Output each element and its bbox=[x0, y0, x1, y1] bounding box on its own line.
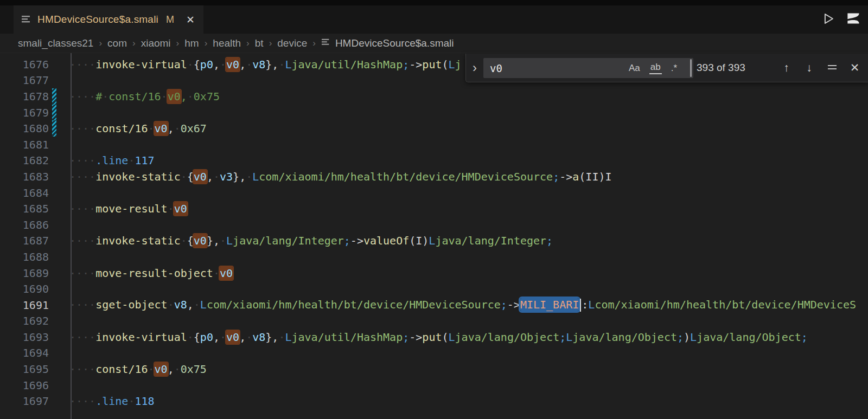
search-match: v0 bbox=[220, 267, 233, 280]
breadcrumb-file[interactable]: HMDeviceSource$a.smali bbox=[321, 37, 454, 49]
code-token: ( bbox=[442, 331, 448, 344]
code-line[interactable]: 1687····invoke-static·{v0},·Ljava/lang/I… bbox=[0, 233, 868, 249]
breadcrumb-item[interactable]: xiaomi bbox=[141, 37, 171, 49]
line-number: 1697 bbox=[0, 395, 49, 408]
find-widget: › Aa ab .* 393 of 393 ↑ ↓ ✕ bbox=[465, 54, 868, 82]
breadcrumb-item[interactable]: bt bbox=[255, 37, 264, 49]
code-token: L bbox=[285, 331, 291, 344]
previous-match-icon[interactable]: ↑ bbox=[777, 59, 795, 77]
search-match: v0 bbox=[194, 170, 207, 183]
line-number: 1687 bbox=[0, 234, 49, 247]
code-line[interactable]: 1686 bbox=[0, 217, 868, 233]
code-token: L bbox=[566, 331, 572, 344]
code-token: , bbox=[181, 90, 187, 103]
next-match-icon[interactable]: ↓ bbox=[800, 59, 818, 77]
code-token: · bbox=[102, 90, 108, 103]
code-token: -> bbox=[507, 298, 520, 311]
code-line[interactable]: 1689····move-result-object·v0 bbox=[0, 265, 868, 281]
gutter-modified-indicator[interactable] bbox=[52, 120, 56, 137]
search-match: v0 bbox=[226, 331, 239, 344]
line-number: 1677 bbox=[0, 74, 49, 87]
code-line[interactable]: 1692 bbox=[0, 313, 868, 330]
gutter bbox=[49, 377, 69, 394]
code-token: · bbox=[278, 58, 285, 71]
whole-word-icon[interactable]: ab bbox=[649, 62, 662, 74]
gutter-modified-indicator[interactable] bbox=[52, 105, 56, 121]
code-token: · bbox=[246, 170, 252, 183]
regex-icon[interactable]: .* bbox=[671, 63, 677, 74]
close-find-icon[interactable]: ✕ bbox=[846, 59, 864, 77]
code-token: com/xiaomi/hm/health/bt/device/HMDeviceS… bbox=[259, 170, 553, 183]
find-results-count: 393 of 393 bbox=[697, 54, 745, 82]
code-token: }, bbox=[265, 331, 278, 344]
gutter bbox=[49, 217, 69, 233]
code-token: 0x75 bbox=[194, 90, 220, 103]
breadcrumb-item[interactable]: health bbox=[213, 37, 241, 49]
breadcrumb-separator: › bbox=[205, 38, 208, 49]
code-token: , bbox=[168, 122, 174, 135]
gutter-modified-indicator[interactable] bbox=[52, 88, 56, 105]
code-token: · bbox=[187, 90, 194, 103]
code-token: java/lang/Object bbox=[572, 331, 677, 344]
code-text: ····const/16·v0,·0x75 bbox=[69, 363, 207, 376]
code-line[interactable]: 1690 bbox=[0, 281, 868, 297]
code-token: L bbox=[429, 234, 435, 247]
smali-file-icon bbox=[21, 15, 32, 24]
code-token: · bbox=[148, 363, 155, 376]
code-token: · bbox=[181, 170, 187, 183]
code-line[interactable]: 1688 bbox=[0, 249, 868, 265]
code-line[interactable]: 1679 bbox=[0, 105, 868, 121]
find-input[interactable] bbox=[483, 62, 629, 74]
code-line[interactable]: 1682····.line·117 bbox=[0, 153, 868, 169]
code-line[interactable]: 1697····.line·118 bbox=[0, 393, 868, 409]
breadcrumb-item[interactable]: com bbox=[107, 37, 127, 49]
gutter bbox=[49, 153, 69, 169]
close-tab-icon[interactable]: ✕ bbox=[186, 14, 195, 26]
code-line[interactable]: 1695····const/16·v0,·0x75 bbox=[0, 361, 868, 377]
tab-hmdevicesource-smali[interactable]: HMDeviceSource$a.smali M ✕ bbox=[14, 5, 203, 34]
code-token: invoke-virtual bbox=[95, 331, 187, 344]
code-line[interactable]: 1694 bbox=[0, 345, 868, 362]
gutter bbox=[49, 120, 69, 137]
code-token: : bbox=[582, 298, 588, 311]
code-token: ···· bbox=[69, 90, 95, 103]
run-icon[interactable] bbox=[821, 11, 835, 28]
code-token: · bbox=[161, 90, 168, 103]
code-token: java/util/HashMap bbox=[292, 58, 403, 71]
code-token: ···· bbox=[69, 234, 95, 247]
code-line[interactable]: 1680····const/16·v0,·0x67 bbox=[0, 120, 868, 137]
code-line[interactable]: 1683····invoke-static·{v0,·v3},·Lcom/xia… bbox=[0, 169, 868, 185]
code-line[interactable]: 1696 bbox=[0, 377, 868, 394]
code-line[interactable]: 1678····#·const/16·v0,·0x75 bbox=[0, 88, 868, 105]
match-case-icon[interactable]: Aa bbox=[629, 63, 640, 74]
gutter bbox=[49, 361, 69, 377]
find-in-selection-icon[interactable] bbox=[823, 59, 841, 77]
find-input-scrollbar[interactable] bbox=[690, 59, 692, 77]
extension-action-icon[interactable] bbox=[846, 12, 860, 27]
breadcrumb-separator: › bbox=[176, 38, 180, 49]
code-editor[interactable]: 1676····invoke-virtual·{p0,·v0,·v8},·Lja… bbox=[0, 53, 868, 419]
code-token: java/lang/Object bbox=[697, 331, 801, 344]
search-match: v0 bbox=[155, 363, 168, 376]
breadcrumb-item[interactable]: device bbox=[277, 37, 307, 49]
breadcrumb-item[interactable]: hm bbox=[184, 37, 199, 49]
code-token: · bbox=[278, 331, 285, 344]
code-token: { bbox=[194, 58, 200, 71]
code-line[interactable]: 1693····invoke-virtual·{p0,·v0,·v8},·Lja… bbox=[0, 329, 868, 345]
breadcrumb-separator: › bbox=[312, 38, 316, 49]
line-number: 1691 bbox=[0, 299, 49, 312]
code-token: j bbox=[455, 58, 462, 71]
code-token: · bbox=[246, 58, 252, 71]
code-token: L bbox=[200, 298, 207, 311]
code-line[interactable]: 1691····sget-object·v8,·Lcom/xiaomi/hm/h… bbox=[0, 297, 868, 313]
code-line[interactable]: 1685····move-result·v0 bbox=[0, 201, 868, 217]
line-number: 1689 bbox=[0, 267, 49, 280]
code-line[interactable]: 1684 bbox=[0, 185, 868, 201]
breadcrumb-item[interactable]: smali_classes21 bbox=[18, 37, 93, 49]
code-line[interactable]: 1681 bbox=[0, 137, 868, 153]
code-token: ; bbox=[801, 331, 808, 344]
line-number: 1681 bbox=[0, 138, 49, 151]
code-token: ···· bbox=[69, 331, 95, 344]
toggle-replace-chevron-icon[interactable]: › bbox=[467, 54, 482, 82]
search-match: v0 bbox=[168, 90, 181, 103]
